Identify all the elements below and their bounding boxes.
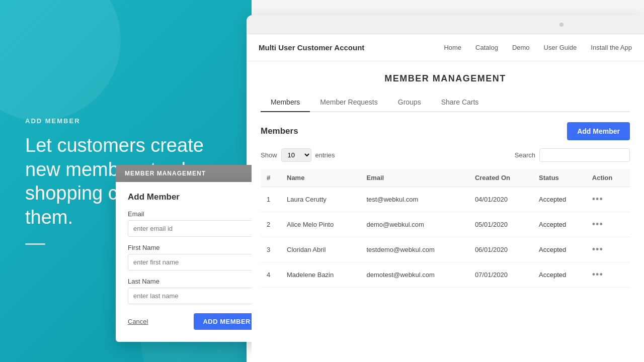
cell-number: 4 — [261, 262, 281, 288]
col-number: # — [261, 169, 281, 187]
email-label: Email — [128, 210, 252, 218]
cell-number: 1 — [261, 187, 281, 212]
cell-action[interactable]: ••• — [586, 262, 630, 288]
cell-name: Madelene Bazin — [281, 262, 361, 288]
app-nav: Multi User Customer Account Home Catalog… — [247, 34, 644, 61]
cell-created-on: 06/01/2020 — [469, 237, 533, 262]
add-member-badge: ADD MEMBER — [25, 117, 226, 125]
tab-member-requests[interactable]: Member Requests — [310, 93, 387, 112]
search-label: Search — [515, 151, 535, 159]
cell-number: 2 — [261, 212, 281, 237]
add-member-button[interactable]: Add Member — [567, 122, 630, 140]
nav-home[interactable]: Home — [444, 44, 461, 51]
cell-action[interactable]: ••• — [586, 237, 630, 262]
nav-install-app[interactable]: Install the App — [591, 44, 632, 51]
cell-email: test@webkul.com — [361, 187, 469, 212]
action-menu-dots[interactable]: ••• — [592, 194, 603, 204]
show-entries-group: Show 10 25 50 100 entries — [261, 148, 335, 162]
modal-overlay: MEMBER MANAGEMENT ✕ Add Member Email Fir… — [116, 165, 252, 342]
cell-status: Accepted — [533, 187, 586, 212]
last-name-label: Last Name — [128, 278, 252, 285]
col-action: Action — [586, 169, 630, 187]
page-title: MEMBER MANAGEMENT — [261, 73, 630, 84]
action-menu-dots[interactable]: ••• — [592, 219, 603, 229]
left-panel: ADD MEMBER Let customers create new memb… — [0, 0, 252, 362]
cell-status: Accepted — [533, 237, 586, 262]
cell-action[interactable]: ••• — [586, 187, 630, 212]
hero-divider — [25, 243, 45, 245]
email-group: Email — [128, 210, 252, 237]
cell-email: demo@webkul.com — [361, 212, 469, 237]
cancel-button[interactable]: Cancel — [128, 318, 148, 325]
cell-name: Laura Cerutty — [281, 187, 361, 212]
modal-add-member-button[interactable]: ADD MEMBER — [194, 313, 252, 330]
search-group: Search — [515, 148, 630, 162]
cell-name: Cloridan Abril — [281, 237, 361, 262]
search-input[interactable] — [539, 148, 630, 162]
cell-number: 3 — [261, 237, 281, 262]
col-name: Name — [281, 169, 361, 187]
table-row: 4 Madelene Bazin demotest@webkul.com 07/… — [261, 262, 630, 288]
main-content: MEMBER MANAGEMENT Members Member Request… — [247, 61, 644, 300]
col-email: Email — [361, 169, 469, 187]
first-name-group: First Name — [128, 244, 252, 270]
cell-created-on: 04/01/2020 — [469, 187, 533, 212]
members-section-title: Members — [261, 126, 298, 136]
cell-name: Alice Melo Pinto — [281, 212, 361, 237]
tab-members[interactable]: Members — [261, 93, 310, 112]
cell-status: Accepted — [533, 212, 586, 237]
cell-status: Accepted — [533, 262, 586, 288]
first-name-input[interactable] — [128, 254, 252, 270]
entries-label: entries — [315, 151, 335, 159]
first-name-label: First Name — [128, 244, 252, 251]
browser-top-bar — [247, 15, 644, 34]
cell-email: demotest@webkul.com — [361, 262, 469, 288]
table-row: 1 Laura Cerutty test@webkul.com 04/01/20… — [261, 187, 630, 212]
last-name-input[interactable] — [128, 288, 252, 304]
table-controls: Show 10 25 50 100 entries Search — [261, 148, 630, 162]
modal-header-bar: MEMBER MANAGEMENT ✕ — [116, 165, 252, 182]
col-status: Status — [533, 169, 586, 187]
show-label: Show — [261, 151, 277, 159]
tabs-bar: Members Member Requests Groups Share Car… — [261, 93, 630, 112]
app-brand: Multi User Customer Account — [259, 43, 364, 52]
modal-title: Add Member — [128, 192, 252, 202]
browser-chrome: Multi User Customer Account Home Catalog… — [247, 15, 644, 362]
cell-email: testdemo@webkul.com — [361, 237, 469, 262]
entries-select[interactable]: 10 25 50 100 — [281, 148, 311, 162]
nav-links: Home Catalog Demo User Guide Install the… — [444, 44, 632, 51]
right-panel: Multi User Customer Account Home Catalog… — [252, 0, 644, 362]
members-table: # Name Email Created On Status Action 1 … — [261, 169, 630, 288]
browser-dot — [559, 23, 564, 27]
email-input[interactable] — [128, 220, 252, 237]
last-name-group: Last Name — [128, 278, 252, 304]
action-menu-dots[interactable]: ••• — [592, 269, 603, 280]
tab-share-carts[interactable]: Share Carts — [431, 93, 489, 112]
modal-header-title: MEMBER MANAGEMENT — [125, 170, 206, 177]
members-header: Members Add Member — [261, 122, 630, 140]
action-menu-dots[interactable]: ••• — [592, 244, 603, 254]
table-row: 3 Cloridan Abril testdemo@webkul.com 06/… — [261, 237, 630, 262]
tab-groups[interactable]: Groups — [388, 93, 431, 112]
cell-created-on: 07/01/2020 — [469, 262, 533, 288]
modal-body: Add Member Email First Name Last Name Ca… — [116, 182, 252, 342]
nav-catalog[interactable]: Catalog — [475, 44, 498, 51]
col-created-on: Created On — [469, 169, 533, 187]
table-row: 2 Alice Melo Pinto demo@webkul.com 05/01… — [261, 212, 630, 237]
cell-action[interactable]: ••• — [586, 212, 630, 237]
table-header-row: # Name Email Created On Status Action — [261, 169, 630, 187]
modal-footer: Cancel ADD MEMBER — [128, 313, 252, 330]
nav-user-guide[interactable]: User Guide — [544, 44, 577, 51]
cell-created-on: 05/01/2020 — [469, 212, 533, 237]
nav-demo[interactable]: Demo — [512, 44, 530, 51]
